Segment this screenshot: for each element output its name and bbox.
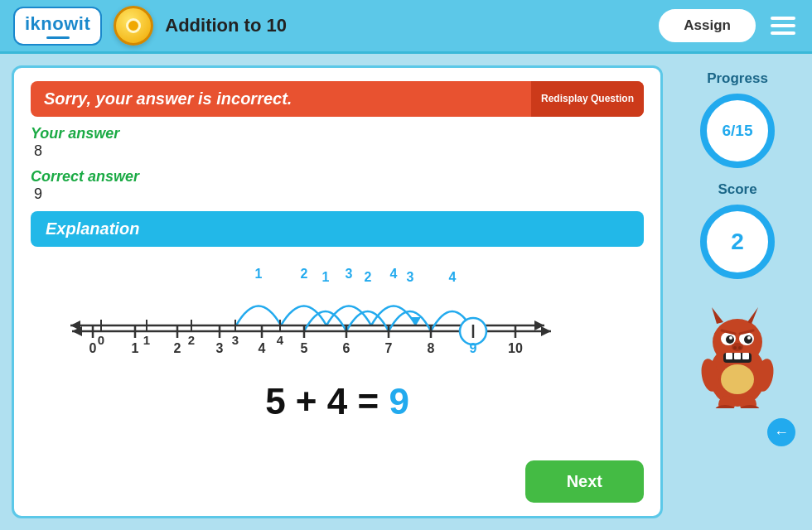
back-button[interactable]: ← (767, 418, 795, 446)
arc-label-1: 1 (255, 267, 263, 281)
svg-text:4: 4 (259, 341, 266, 355)
arc-2 (281, 306, 326, 326)
svg-point-31 (747, 336, 751, 340)
numberline-svg: 1 2 3 4 (39, 263, 636, 366)
monster-character (692, 292, 783, 408)
equation-parts: 5 + 4 = (265, 381, 389, 422)
svg-text:6: 6 (343, 341, 350, 355)
redisplay-button[interactable]: Redisplay Question (531, 81, 644, 117)
equation-display: 5 + 4 = 9 (39, 381, 636, 422)
menu-line-1 (771, 17, 795, 20)
svg-point-34 (732, 343, 743, 351)
svg-text:9: 9 (470, 341, 477, 355)
sidebar: Progress 6/15 Score 2 (663, 54, 812, 530)
svg-marker-24 (712, 307, 723, 324)
explanation-header: Explanation (31, 211, 644, 247)
correct-answer-label: Correct answer (31, 168, 644, 186)
svg-text:1: 1 (132, 341, 139, 355)
progress-circle: 6/15 (700, 94, 775, 168)
svg-rect-40 (742, 353, 749, 359)
label-0: 0 (98, 333, 104, 347)
svg-text:8: 8 (428, 341, 435, 355)
svg-text:5: 5 (301, 341, 308, 355)
label-4: 4 (277, 333, 284, 347)
arc-label-2: 2 (301, 267, 308, 281)
arc-label-3: 3 (346, 267, 353, 281)
logo: iknowit (13, 7, 102, 46)
arc-label-4b: 4 (449, 270, 457, 284)
main-content: Sorry, your answer is incorrect. Redispl… (0, 54, 812, 530)
arc-label-2b: 2 (365, 270, 372, 284)
arc-3 (326, 306, 371, 326)
score-value: 2 (731, 229, 744, 255)
your-answer-value: 8 (34, 142, 644, 160)
correct-answer-section: Correct answer 9 (31, 168, 644, 203)
header: iknowit Addition to 10 Assign (0, 0, 812, 54)
arc-label-3b: 3 (407, 270, 414, 284)
svg-rect-38 (726, 353, 732, 359)
arc-1 (236, 306, 281, 326)
menu-line-3 (771, 31, 795, 35)
svg-point-36 (738, 346, 742, 349)
score-label: Score (718, 181, 756, 198)
incorrect-banner: Sorry, your answer is incorrect. Redispl… (31, 81, 644, 117)
incorrect-message: Sorry, your answer is incorrect. (31, 81, 531, 117)
content-panel: Sorry, your answer is incorrect. Redispl… (12, 65, 663, 518)
monster-svg (692, 292, 783, 408)
next-button[interactable]: Next (525, 460, 644, 503)
svg-text:7: 7 (385, 341, 393, 355)
arc-label-4: 4 (390, 267, 398, 281)
svg-rect-39 (734, 353, 741, 359)
svg-point-30 (729, 336, 732, 340)
svg-marker-25 (747, 307, 758, 324)
svg-text:2: 2 (174, 341, 181, 355)
score-circle: 2 (700, 205, 775, 279)
progress-label: Progress (707, 70, 768, 87)
progress-value: 6/15 (723, 122, 753, 140)
equation-answer: 9 (389, 381, 408, 422)
label-2: 2 (188, 333, 195, 347)
logo-underline (46, 36, 70, 39)
svg-text:10: 10 (508, 341, 523, 355)
svg-point-35 (733, 346, 737, 349)
arc-label-1b: 1 (322, 270, 330, 284)
menu-line-2 (771, 24, 795, 27)
menu-button[interactable] (767, 13, 799, 38)
assign-button[interactable]: Assign (659, 9, 756, 42)
svg-text:0: 0 (89, 341, 97, 355)
svg-point-41 (721, 364, 754, 394)
activity-title: Addition to 10 (165, 15, 647, 36)
your-answer-label: Your answer (31, 125, 644, 142)
label-3: 3 (232, 333, 239, 347)
logo-text: iknowit (13, 7, 102, 46)
correct-answer-value: 9 (34, 186, 644, 203)
coin-icon (114, 6, 153, 46)
svg-text:3: 3 (216, 341, 224, 355)
label-1: 1 (143, 333, 150, 347)
your-answer-section: Your answer 8 (31, 125, 644, 160)
